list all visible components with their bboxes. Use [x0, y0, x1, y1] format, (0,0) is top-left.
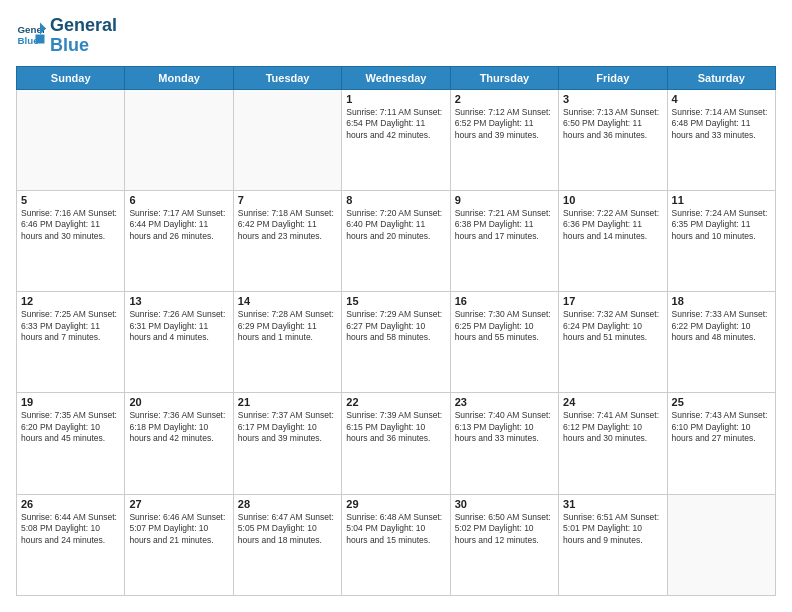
cell-info: Sunrise: 7:16 AM Sunset: 6:46 PM Dayligh… [21, 208, 120, 242]
day-number: 18 [672, 295, 771, 307]
calendar-week-2: 5Sunrise: 7:16 AM Sunset: 6:46 PM Daylig… [17, 190, 776, 291]
logo-line1: General [50, 16, 117, 36]
cell-info: Sunrise: 6:51 AM Sunset: 5:01 PM Dayligh… [563, 512, 662, 546]
day-number: 2 [455, 93, 554, 105]
day-number: 26 [21, 498, 120, 510]
day-number: 30 [455, 498, 554, 510]
calendar-cell: 4Sunrise: 7:14 AM Sunset: 6:48 PM Daylig… [667, 89, 775, 190]
day-number: 12 [21, 295, 120, 307]
calendar-cell: 14Sunrise: 7:28 AM Sunset: 6:29 PM Dayli… [233, 292, 341, 393]
calendar-cell: 24Sunrise: 7:41 AM Sunset: 6:12 PM Dayli… [559, 393, 667, 494]
calendar-week-4: 19Sunrise: 7:35 AM Sunset: 6:20 PM Dayli… [17, 393, 776, 494]
cell-info: Sunrise: 6:50 AM Sunset: 5:02 PM Dayligh… [455, 512, 554, 546]
calendar-header-row: SundayMondayTuesdayWednesdayThursdayFrid… [17, 66, 776, 89]
calendar-week-5: 26Sunrise: 6:44 AM Sunset: 5:08 PM Dayli… [17, 494, 776, 595]
calendar-cell: 9Sunrise: 7:21 AM Sunset: 6:38 PM Daylig… [450, 190, 558, 291]
calendar-cell: 29Sunrise: 6:48 AM Sunset: 5:04 PM Dayli… [342, 494, 450, 595]
calendar-cell: 13Sunrise: 7:26 AM Sunset: 6:31 PM Dayli… [125, 292, 233, 393]
calendar-cell: 1Sunrise: 7:11 AM Sunset: 6:54 PM Daylig… [342, 89, 450, 190]
calendar-cell: 22Sunrise: 7:39 AM Sunset: 6:15 PM Dayli… [342, 393, 450, 494]
logo-text: GeneralBlue [50, 16, 117, 56]
calendar-cell: 25Sunrise: 7:43 AM Sunset: 6:10 PM Dayli… [667, 393, 775, 494]
logo-line2: Blue [50, 36, 117, 56]
cell-info: Sunrise: 7:28 AM Sunset: 6:29 PM Dayligh… [238, 309, 337, 343]
calendar-cell: 6Sunrise: 7:17 AM Sunset: 6:44 PM Daylig… [125, 190, 233, 291]
cell-info: Sunrise: 7:17 AM Sunset: 6:44 PM Dayligh… [129, 208, 228, 242]
calendar-week-1: 1Sunrise: 7:11 AM Sunset: 6:54 PM Daylig… [17, 89, 776, 190]
calendar-cell: 15Sunrise: 7:29 AM Sunset: 6:27 PM Dayli… [342, 292, 450, 393]
day-header-saturday: Saturday [667, 66, 775, 89]
day-header-tuesday: Tuesday [233, 66, 341, 89]
day-header-wednesday: Wednesday [342, 66, 450, 89]
cell-info: Sunrise: 7:18 AM Sunset: 6:42 PM Dayligh… [238, 208, 337, 242]
calendar-cell: 5Sunrise: 7:16 AM Sunset: 6:46 PM Daylig… [17, 190, 125, 291]
calendar-week-3: 12Sunrise: 7:25 AM Sunset: 6:33 PM Dayli… [17, 292, 776, 393]
day-number: 4 [672, 93, 771, 105]
calendar-cell: 31Sunrise: 6:51 AM Sunset: 5:01 PM Dayli… [559, 494, 667, 595]
cell-info: Sunrise: 7:25 AM Sunset: 6:33 PM Dayligh… [21, 309, 120, 343]
day-number: 27 [129, 498, 228, 510]
cell-info: Sunrise: 7:32 AM Sunset: 6:24 PM Dayligh… [563, 309, 662, 343]
day-number: 31 [563, 498, 662, 510]
calendar-cell: 28Sunrise: 6:47 AM Sunset: 5:05 PM Dayli… [233, 494, 341, 595]
day-number: 1 [346, 93, 445, 105]
day-number: 23 [455, 396, 554, 408]
cell-info: Sunrise: 7:12 AM Sunset: 6:52 PM Dayligh… [455, 107, 554, 141]
logo-icon: General Blue [16, 21, 46, 51]
page: General Blue GeneralBlue SundayMondayTue… [0, 0, 792, 612]
day-number: 11 [672, 194, 771, 206]
day-number: 29 [346, 498, 445, 510]
day-number: 19 [21, 396, 120, 408]
day-number: 13 [129, 295, 228, 307]
day-number: 16 [455, 295, 554, 307]
calendar-cell: 10Sunrise: 7:22 AM Sunset: 6:36 PM Dayli… [559, 190, 667, 291]
day-number: 5 [21, 194, 120, 206]
day-number: 25 [672, 396, 771, 408]
cell-info: Sunrise: 7:41 AM Sunset: 6:12 PM Dayligh… [563, 410, 662, 444]
header: General Blue GeneralBlue [16, 16, 776, 56]
calendar-cell: 26Sunrise: 6:44 AM Sunset: 5:08 PM Dayli… [17, 494, 125, 595]
day-header-thursday: Thursday [450, 66, 558, 89]
calendar-cell: 21Sunrise: 7:37 AM Sunset: 6:17 PM Dayli… [233, 393, 341, 494]
calendar-cell: 2Sunrise: 7:12 AM Sunset: 6:52 PM Daylig… [450, 89, 558, 190]
calendar-cell: 11Sunrise: 7:24 AM Sunset: 6:35 PM Dayli… [667, 190, 775, 291]
day-header-sunday: Sunday [17, 66, 125, 89]
logo: General Blue GeneralBlue [16, 16, 117, 56]
day-number: 10 [563, 194, 662, 206]
calendar-cell: 7Sunrise: 7:18 AM Sunset: 6:42 PM Daylig… [233, 190, 341, 291]
calendar-cell: 16Sunrise: 7:30 AM Sunset: 6:25 PM Dayli… [450, 292, 558, 393]
day-number: 14 [238, 295, 337, 307]
calendar-cell: 8Sunrise: 7:20 AM Sunset: 6:40 PM Daylig… [342, 190, 450, 291]
day-number: 6 [129, 194, 228, 206]
calendar-cell [125, 89, 233, 190]
day-number: 3 [563, 93, 662, 105]
calendar: SundayMondayTuesdayWednesdayThursdayFrid… [16, 66, 776, 596]
day-number: 17 [563, 295, 662, 307]
cell-info: Sunrise: 7:29 AM Sunset: 6:27 PM Dayligh… [346, 309, 445, 343]
cell-info: Sunrise: 7:40 AM Sunset: 6:13 PM Dayligh… [455, 410, 554, 444]
cell-info: Sunrise: 7:20 AM Sunset: 6:40 PM Dayligh… [346, 208, 445, 242]
day-number: 21 [238, 396, 337, 408]
day-number: 7 [238, 194, 337, 206]
day-number: 15 [346, 295, 445, 307]
cell-info: Sunrise: 7:43 AM Sunset: 6:10 PM Dayligh… [672, 410, 771, 444]
cell-info: Sunrise: 6:46 AM Sunset: 5:07 PM Dayligh… [129, 512, 228, 546]
day-header-monday: Monday [125, 66, 233, 89]
day-number: 20 [129, 396, 228, 408]
cell-info: Sunrise: 7:14 AM Sunset: 6:48 PM Dayligh… [672, 107, 771, 141]
day-number: 22 [346, 396, 445, 408]
calendar-cell: 20Sunrise: 7:36 AM Sunset: 6:18 PM Dayli… [125, 393, 233, 494]
cell-info: Sunrise: 7:13 AM Sunset: 6:50 PM Dayligh… [563, 107, 662, 141]
cell-info: Sunrise: 6:48 AM Sunset: 5:04 PM Dayligh… [346, 512, 445, 546]
cell-info: Sunrise: 7:30 AM Sunset: 6:25 PM Dayligh… [455, 309, 554, 343]
day-number: 8 [346, 194, 445, 206]
calendar-cell: 3Sunrise: 7:13 AM Sunset: 6:50 PM Daylig… [559, 89, 667, 190]
cell-info: Sunrise: 6:47 AM Sunset: 5:05 PM Dayligh… [238, 512, 337, 546]
cell-info: Sunrise: 7:39 AM Sunset: 6:15 PM Dayligh… [346, 410, 445, 444]
calendar-cell: 19Sunrise: 7:35 AM Sunset: 6:20 PM Dayli… [17, 393, 125, 494]
day-header-friday: Friday [559, 66, 667, 89]
calendar-cell: 27Sunrise: 6:46 AM Sunset: 5:07 PM Dayli… [125, 494, 233, 595]
cell-info: Sunrise: 7:36 AM Sunset: 6:18 PM Dayligh… [129, 410, 228, 444]
calendar-cell [667, 494, 775, 595]
calendar-cell: 18Sunrise: 7:33 AM Sunset: 6:22 PM Dayli… [667, 292, 775, 393]
